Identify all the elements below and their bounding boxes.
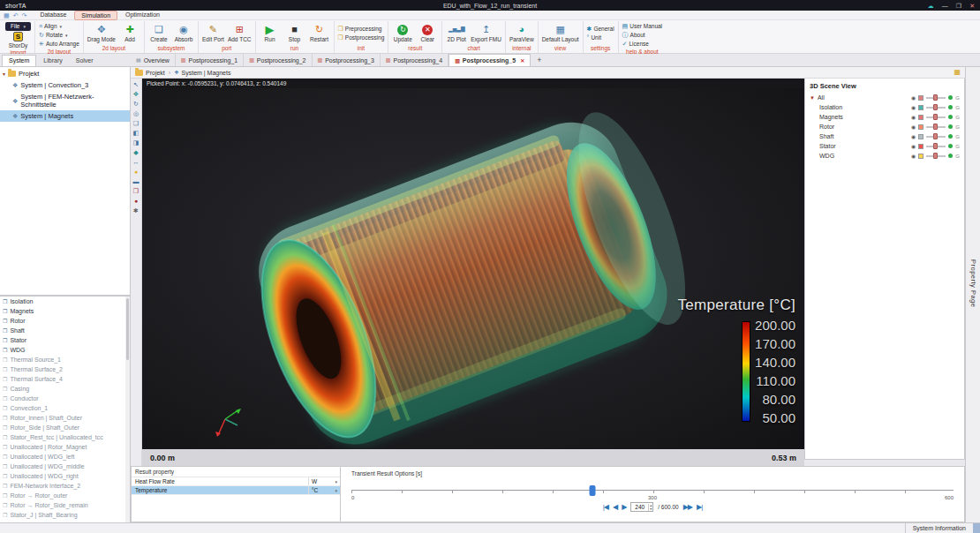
- redo-icon[interactable]: ↷: [22, 12, 27, 19]
- timeline-slider[interactable]: 0 300 600: [351, 484, 954, 498]
- export-fmu-button[interactable]: ↥ Export FMU: [471, 24, 501, 42]
- system-information-button[interactable]: System Information: [905, 523, 973, 533]
- skip-to-end-button[interactable]: ▶|: [697, 504, 702, 511]
- property-page-tab[interactable]: Property Page: [965, 67, 980, 522]
- general-button[interactable]: ✱ General: [587, 25, 614, 33]
- color-swatch[interactable]: [918, 154, 923, 159]
- measure-tool-icon[interactable]: ↔: [132, 158, 141, 167]
- color-swatch[interactable]: [918, 95, 923, 101]
- visibility-eye-icon[interactable]: ◉: [911, 154, 916, 159]
- list-item[interactable]: ❒ Shaft: [0, 326, 130, 335]
- group-toggle[interactable]: G: [955, 95, 960, 101]
- unit-dropdown[interactable]: W ▾: [308, 477, 340, 485]
- scene-settings-icon[interactable]: ✱: [132, 206, 141, 215]
- list-item[interactable]: ❒ Unallocated | WDG_middle: [0, 462, 130, 471]
- iso-view-icon[interactable]: ◆: [132, 148, 141, 157]
- list-item[interactable]: ❒ Stator: [0, 335, 130, 345]
- clear-button[interactable]: ✕ Clear: [417, 25, 438, 42]
- about-button[interactable]: ⓘ About: [622, 31, 645, 39]
- list-item[interactable]: ❒ Magnets: [0, 306, 130, 316]
- auto-arrange-button[interactable]: ✳ Auto Arrange: [39, 40, 79, 48]
- step-back-button[interactable]: ◀: [613, 504, 617, 511]
- edit-port-button[interactable]: ✎ Edit Port: [202, 24, 224, 42]
- absorb-button[interactable]: ◉ Absorb: [173, 24, 194, 42]
- opacity-slider[interactable]: [926, 155, 946, 157]
- minimize-button[interactable]: —: [942, 3, 948, 9]
- spinner-down-icon[interactable]: ▾: [650, 507, 652, 511]
- opacity-slider[interactable]: [926, 107, 946, 109]
- clip-plane-icon[interactable]: ▬: [132, 177, 141, 186]
- tab-postprocessing-3[interactable]: ▥ Postprocessing_3 ✕: [313, 54, 381, 66]
- default-layout-button[interactable]: ▦ Default Layout: [542, 24, 579, 42]
- list-item[interactable]: ❒ FEM-Network Interface_2: [0, 481, 130, 491]
- menu-tab-optimization[interactable]: Optimization: [119, 11, 166, 20]
- user-manual-button[interactable]: ▤ User Manual: [622, 22, 662, 30]
- group-toggle[interactable]: G: [955, 134, 960, 139]
- opacity-slider[interactable]: [926, 116, 946, 118]
- list-item[interactable]: ❒ Rotor → Rotor_outer: [0, 491, 130, 500]
- paraview-button[interactable]: ◕ ParaView: [509, 24, 534, 42]
- list-item[interactable]: ❒ Casing: [0, 384, 130, 394]
- scene-item-stator[interactable]: Stator ◉ G: [805, 141, 964, 151]
- fast-forward-button[interactable]: ▶▶: [683, 504, 692, 511]
- file-menu-button[interactable]: File ▾: [5, 22, 31, 31]
- group-toggle[interactable]: G: [955, 124, 960, 130]
- list-item[interactable]: ❒ Unallocated | WDG_left: [0, 452, 130, 462]
- side-view-icon[interactable]: ◨: [132, 139, 141, 147]
- opacity-slider[interactable]: [926, 146, 946, 147]
- unit-dropdown[interactable]: °C ▾: [308, 486, 340, 494]
- group-toggle[interactable]: G: [955, 105, 960, 110]
- list-item[interactable]: ❒ Unallocated | WDG_right: [0, 471, 130, 481]
- color-swatch[interactable]: [918, 134, 923, 139]
- group-toggle[interactable]: G: [955, 115, 960, 120]
- fit-view-icon[interactable]: ❏: [132, 119, 141, 128]
- align-button[interactable]: ≡ Align ▾: [39, 22, 62, 30]
- front-view-icon[interactable]: ◧: [132, 129, 141, 138]
- tab-close-icon[interactable]: ✕: [520, 57, 524, 64]
- breadcrumb-item-projekt[interactable]: Projekt: [135, 70, 165, 76]
- opacity-slider[interactable]: [926, 97, 946, 99]
- list-item[interactable]: ❒ Rotor_innen | Shaft_Outer: [0, 413, 130, 423]
- project-tree-root[interactable]: ▾ Projekt: [0, 67, 130, 79]
- unit-button[interactable]: ° Unit: [587, 34, 601, 41]
- opacity-slider[interactable]: [926, 136, 946, 138]
- rotate-view-icon[interactable]: ↻: [132, 100, 141, 109]
- list-item[interactable]: ❒ Isolation: [0, 297, 130, 306]
- color-swatch[interactable]: [918, 105, 923, 110]
- color-swatch[interactable]: [918, 144, 923, 149]
- visibility-eye-icon[interactable]: ◉: [911, 124, 916, 130]
- scene-item-shaft[interactable]: Shaft ◉ G: [805, 131, 964, 141]
- menu-tab-database[interactable]: Database: [34, 11, 72, 20]
- result-row-temperature[interactable]: Temperature °C ▾: [132, 486, 340, 495]
- scene-root-row[interactable]: ▼ All ◉ G: [805, 93, 964, 102]
- list-scrollbar[interactable]: [125, 297, 130, 522]
- visibility-eye-icon[interactable]: ◉: [911, 105, 916, 110]
- tab-postprocessing-4[interactable]: ▥ Postprocessing_4 ✕: [381, 54, 449, 66]
- list-item[interactable]: ❒ Stator_J | Shaft_Bearing: [0, 510, 130, 520]
- pan-tool-icon[interactable]: ✥: [132, 90, 141, 99]
- screenshot-icon[interactable]: ❒: [132, 187, 141, 196]
- pick-tool-icon[interactable]: ↖: [132, 80, 141, 89]
- scene-item-wdg[interactable]: WDG ◉ G: [805, 151, 964, 161]
- scene-item-rotor[interactable]: Rotor ◉ G: [805, 122, 964, 131]
- tree-item-magnets[interactable]: ❖ System | Magnets: [0, 110, 130, 122]
- visibility-eye-icon[interactable]: ◉: [911, 115, 916, 120]
- layout-grid-icon[interactable]: ▦: [954, 69, 961, 76]
- tab-solver[interactable]: Solver: [70, 56, 100, 66]
- result-row-heat-flow-rate[interactable]: Heat Flow Rate W ▾: [132, 477, 340, 486]
- scene-item-magnets[interactable]: Magnets ◉ G: [805, 112, 964, 122]
- drag-mode-button[interactable]: ✥ Drag Mode: [87, 24, 116, 42]
- update-button[interactable]: ↻ Update: [392, 25, 413, 42]
- list-item[interactable]: ❒ WDG: [0, 345, 130, 355]
- stop-button[interactable]: ■ Stop: [284, 24, 305, 42]
- tree-expand-icon[interactable]: ▾: [3, 71, 5, 77]
- menu-tab-simulation[interactable]: Simulation: [74, 11, 117, 20]
- resize-grip[interactable]: [973, 523, 980, 533]
- tree-item-convection-3[interactable]: ❖ System | Convection_3: [0, 79, 130, 91]
- preprocessing-button[interactable]: ❒ Preprocessing: [338, 25, 382, 33]
- tab-overview[interactable]: ▤ Overview ✕: [131, 54, 176, 66]
- shordy-button[interactable]: S ShorDy: [9, 32, 28, 49]
- add-tcc-button[interactable]: ⊞ Add TCC: [228, 24, 252, 42]
- visibility-eye-icon[interactable]: ◉: [911, 144, 916, 149]
- skip-to-start-button[interactable]: |◀: [603, 504, 608, 511]
